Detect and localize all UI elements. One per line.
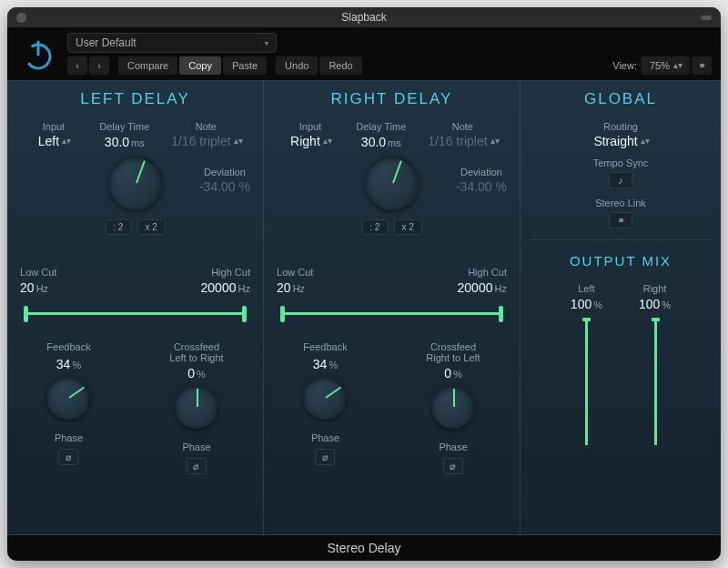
plugin-name: Stereo Delay (328, 541, 401, 555)
right-feedback-knob[interactable] (303, 376, 347, 420)
left-filter-slider[interactable] (20, 298, 250, 325)
left-fb-phase-label: Phase (55, 432, 83, 443)
left-crossfeed-value[interactable]: 0% (187, 365, 206, 381)
left-deviation-value[interactable]: -34.00 % (199, 179, 250, 194)
mix-left-slider[interactable] (582, 318, 590, 445)
plugin-body: LEFT DELAY Input Left▴▾ Delay Time 30.0m… (7, 80, 721, 535)
right-fb-phase-label: Phase (311, 432, 339, 443)
outputmix-title: OUTPUT MIX (570, 253, 672, 269)
undo-button[interactable]: Undo (276, 56, 318, 75)
left-cf-phase-button[interactable]: ⌀ (187, 458, 207, 474)
stereolink-label: Stereo Link (595, 198, 646, 208)
paste-button[interactable]: Paste (223, 56, 267, 75)
left-deviation-label: Deviation (204, 167, 246, 178)
left-double-button[interactable]: x 2 (136, 219, 165, 235)
global-title: GLOBAL (584, 90, 657, 108)
right-filter-slider[interactable] (277, 298, 507, 325)
chevron-down-icon: ▾ (265, 39, 268, 47)
right-delay-title: RIGHT DELAY (331, 90, 453, 108)
plugin-window: Slapback User Default ▾ ‹ › Compare Copy… (7, 7, 721, 561)
right-note-label: Note (452, 121, 473, 132)
left-crossfeed-label: Crossfeed (174, 341, 219, 352)
left-lowcut-label: Low Cut (20, 267, 56, 278)
left-lowcut-value[interactable]: 20Hz (20, 279, 48, 296)
left-delay-title: LEFT DELAY (80, 90, 189, 108)
right-feedback-label: Feedback (303, 341, 347, 352)
left-crossfeed-sub: Left to Right (169, 352, 223, 363)
right-highcut-label: High Cut (468, 267, 507, 278)
preset-name: User Default (76, 36, 136, 49)
right-cf-phase-button[interactable]: ⌀ (443, 458, 463, 474)
view-label: View: (612, 60, 637, 71)
link-button[interactable]: ⚭ (692, 56, 712, 75)
left-delaytime-value[interactable]: 30.0ms (105, 134, 145, 150)
left-feedback-label: Feedback (46, 341, 90, 352)
power-button[interactable] (16, 33, 60, 76)
divider (531, 239, 711, 240)
left-half-button[interactable]: : 2 (105, 219, 131, 235)
redo-button[interactable]: Redo (319, 56, 361, 75)
right-crossfeed-sub: Right to Left (426, 352, 480, 363)
left-delaytime-knob[interactable] (108, 156, 163, 210)
left-input-label: Input (43, 121, 65, 132)
toolbar: User Default ▾ ‹ › Compare Copy Paste Un… (7, 27, 721, 80)
mix-left-label: Left (578, 283, 594, 294)
routing-select[interactable]: Straight▴▾ (593, 134, 647, 148)
right-crossfeed-label: Crossfeed (430, 341, 476, 352)
right-feedback-value[interactable]: 34% (313, 356, 338, 372)
right-delay-section: RIGHT DELAY Input Right▴▾ Delay Time 30.… (264, 81, 521, 534)
left-highcut-value[interactable]: 20000Hz (201, 279, 250, 296)
right-cf-phase-label: Phase (439, 441, 467, 452)
power-icon (20, 36, 56, 73)
right-highcut-value[interactable]: 20000Hz (458, 279, 507, 296)
right-input-select[interactable]: Right▴▾ (290, 134, 330, 148)
left-crossfeed-knob[interactable] (175, 385, 218, 429)
left-feedback-value[interactable]: 34% (56, 356, 81, 372)
left-fb-phase-button[interactable]: ⌀ (58, 449, 78, 465)
left-highcut-label: High Cut (211, 267, 250, 278)
left-cf-phase-label: Phase (182, 441, 210, 452)
right-deviation-label: Deviation (460, 167, 502, 178)
compare-button[interactable]: Compare (118, 56, 177, 75)
right-delaytime-value[interactable]: 30.0ms (361, 134, 401, 150)
right-delaytime-knob[interactable] (365, 156, 420, 210)
right-delaytime-label: Delay Time (356, 121, 406, 132)
temposync-button[interactable]: ♪ (609, 172, 632, 188)
close-dot[interactable] (16, 13, 26, 23)
left-note-label: Note (196, 121, 217, 132)
footer: Stereo Delay (7, 535, 721, 561)
routing-label: Routing (603, 121, 638, 132)
titlebar: Slapback (7, 7, 721, 27)
mix-left-value[interactable]: 100% (571, 296, 602, 312)
right-fb-phase-button[interactable]: ⌀ (315, 449, 335, 465)
right-lowcut-value[interactable]: 20Hz (277, 279, 305, 296)
mix-right-value[interactable]: 100% (639, 296, 671, 312)
left-feedback-knob[interactable] (46, 376, 90, 420)
copy-button[interactable]: Copy (179, 56, 221, 75)
right-deviation-value[interactable]: -34.00 % (456, 179, 507, 194)
preset-dropdown[interactable]: User Default ▾ (67, 33, 277, 53)
mix-right-label: Right (643, 283, 667, 294)
left-note-select[interactable]: 1/16 triplet▴▾ (171, 134, 240, 148)
right-crossfeed-knob[interactable] (431, 385, 475, 429)
global-section: GLOBAL Routing Straight▴▾ Tempo Sync ♪ S… (521, 81, 721, 534)
titlebar-handle (701, 15, 712, 20)
left-input-select[interactable]: Left▴▾ (38, 134, 69, 148)
zoom-dropdown[interactable]: 75%▴▾ (641, 56, 690, 75)
left-delay-section: LEFT DELAY Input Left▴▾ Delay Time 30.0m… (7, 81, 264, 534)
next-button[interactable]: › (89, 56, 109, 75)
mix-right-slider[interactable] (652, 318, 659, 445)
right-crossfeed-value[interactable]: 0% (444, 365, 462, 381)
right-note-select[interactable]: 1/16 triplet▴▾ (428, 134, 497, 148)
left-delaytime-label: Delay Time (99, 121, 149, 132)
temposync-label: Tempo Sync (593, 157, 649, 168)
right-double-button[interactable]: x 2 (393, 219, 421, 235)
stereolink-button[interactable]: ⚭ (609, 212, 632, 228)
right-half-button[interactable]: : 2 (361, 219, 388, 235)
window-title: Slapback (341, 11, 386, 24)
prev-button[interactable]: ‹ (67, 56, 87, 75)
right-input-label: Input (299, 121, 321, 132)
right-lowcut-label: Low Cut (277, 267, 313, 278)
